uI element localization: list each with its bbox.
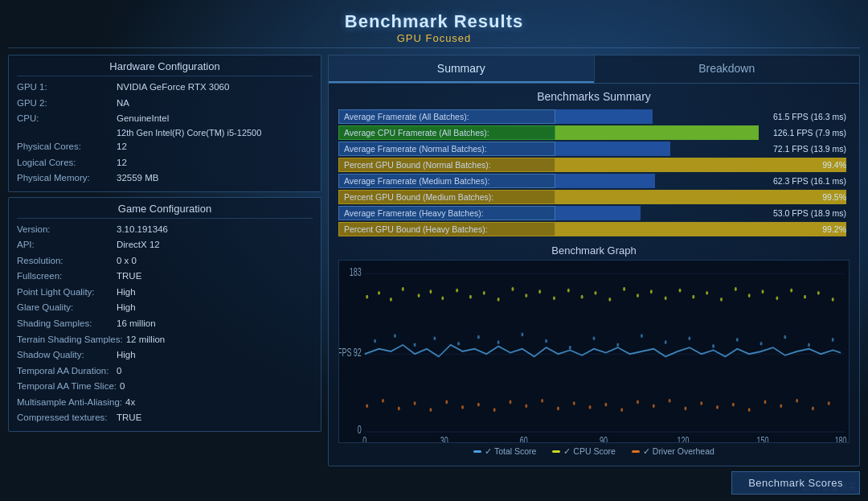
- svg-point-30: [712, 344, 714, 348]
- svg-point-97: [780, 404, 782, 408]
- svg-point-46: [497, 298, 500, 302]
- svg-text:30: 30: [440, 434, 448, 442]
- summary-content: Benchmarks Summary Average Framerate (Al…: [329, 84, 859, 466]
- svg-point-75: [429, 408, 432, 412]
- svg-point-73: [398, 407, 400, 411]
- svg-point-27: [641, 334, 643, 338]
- svg-point-65: [762, 290, 764, 294]
- svg-point-15: [374, 339, 376, 343]
- svg-point-43: [456, 289, 458, 293]
- hw-row-gpu2: GPU 2: NA: [17, 96, 313, 112]
- bar-value-gpu-medium: 99.5%: [822, 192, 846, 202]
- svg-point-31: [736, 338, 739, 342]
- bar-value-avg-heavy: 53.0 FPS (18.9 ms): [773, 208, 846, 218]
- svg-text:0: 0: [362, 434, 366, 442]
- hw-value-cpu-name: 12th Gen Intel(R) Core(TM) i5-12500: [117, 127, 261, 139]
- svg-point-95: [748, 408, 751, 412]
- bar-label-avg-normal: Average Framerate (Normal Batches):: [338, 142, 555, 156]
- svg-text:120: 120: [678, 434, 690, 442]
- svg-point-47: [511, 287, 514, 291]
- legend-cpu-score: ✓ CPU Score: [552, 446, 615, 456]
- svg-point-52: [581, 295, 583, 299]
- hw-row-phys-cores: Physical Cores: 12: [17, 139, 313, 155]
- graph-container: 183 FPS 92 0 0 30 60: [338, 260, 850, 443]
- svg-point-92: [700, 401, 702, 405]
- svg-point-38: [390, 298, 392, 302]
- benchmark-bars: Average Framerate (All Batches): 61.5 FP…: [338, 109, 850, 236]
- gc-row-resolution: Resolution: 0 x 0: [17, 253, 313, 269]
- svg-point-83: [557, 407, 559, 411]
- svg-point-32: [760, 342, 763, 346]
- svg-point-60: [692, 295, 694, 299]
- gc-row-point-light: Point Light Quality: High: [17, 285, 313, 301]
- svg-point-49: [538, 290, 541, 294]
- svg-point-20: [477, 335, 480, 339]
- gc-row-terrain: Terrain Shading Samples: 12 million: [17, 332, 313, 348]
- svg-point-88: [637, 400, 639, 404]
- graph-title: Benchmark Graph: [338, 244, 850, 257]
- bottom-bar: Benchmark Scores: [8, 471, 860, 495]
- bar-fill-avg-normal: [555, 142, 670, 156]
- benchmarks-summary-title: Benchmarks Summary: [338, 90, 850, 103]
- svg-text:0: 0: [358, 422, 362, 436]
- hw-row-cpu-name: 12th Gen Intel(R) Core(TM) i5-12500: [17, 127, 313, 139]
- svg-point-98: [796, 399, 798, 403]
- svg-point-78: [477, 403, 480, 407]
- hardware-config-title: Hardware Configuration: [17, 60, 313, 76]
- right-panel: Summary Breakdown Benchmarks Summary Ave…: [328, 55, 860, 466]
- svg-point-39: [402, 287, 404, 291]
- graph-section: Benchmark Graph 183 FPS 92 0: [338, 244, 850, 459]
- svg-point-61: [706, 291, 708, 295]
- svg-point-86: [604, 403, 607, 407]
- bar-fill-gpu-medium: [555, 190, 846, 204]
- svg-point-90: [669, 399, 671, 403]
- svg-point-55: [623, 287, 625, 291]
- tab-breakdown[interactable]: Breakdown: [594, 55, 860, 83]
- hw-row-gpu1: GPU 1: NVIDIA GeForce RTX 3060: [17, 80, 313, 96]
- bar-fill-avg-all: [555, 109, 653, 124]
- svg-point-34: [808, 343, 810, 347]
- bar-row-avg-normal: Average Framerate (Normal Batches): 72.1…: [338, 142, 850, 156]
- bar-row-gpu-medium: Percent GPU Bound (Medium Batches): 99.5…: [338, 190, 850, 204]
- bar-fill-avg-heavy: [555, 206, 641, 220]
- bar-fill-container-cpu-all: 126.1 FPS (7.9 ms): [555, 125, 850, 140]
- hw-value-log-cores: 12: [117, 155, 127, 171]
- gc-row-temporal-slice: Temporal AA Time Slice: 0: [17, 379, 313, 395]
- svg-point-100: [828, 401, 830, 405]
- svg-point-48: [525, 294, 527, 298]
- svg-point-44: [469, 295, 472, 299]
- hw-value-cpu: GenuineIntel: [117, 111, 169, 127]
- svg-point-29: [688, 336, 690, 340]
- hw-label-phys-cores: Physical Cores:: [17, 139, 113, 155]
- bar-label-avg-heavy: Average Framerate (Heavy Batches):: [338, 206, 555, 220]
- hw-row-log-cores: Logical Cores: 12: [17, 155, 313, 171]
- svg-text:183: 183: [350, 265, 362, 279]
- svg-point-50: [553, 296, 555, 300]
- gc-row-msaa: Multisample Anti-Aliasing: 4x: [17, 395, 313, 411]
- legend-driver-overhead: ✓ Driver Overhead: [632, 446, 714, 456]
- legend-total-score: ✓ Total Score: [473, 446, 536, 456]
- svg-point-91: [684, 407, 686, 411]
- svg-point-21: [497, 340, 500, 344]
- gc-row-temporal-dur: Temporal AA Duration: 0: [17, 363, 313, 380]
- svg-point-99: [812, 407, 814, 411]
- hw-row-memory: Physical Memory: 32559 MB: [17, 170, 313, 187]
- hw-label-memory: Physical Memory:: [17, 170, 113, 187]
- bar-row-avg-all: Average Framerate (All Batches): 61.5 FP…: [338, 109, 850, 124]
- svg-point-77: [461, 405, 464, 409]
- svg-point-70: [832, 298, 834, 302]
- svg-point-57: [650, 290, 653, 294]
- graph-legend: ✓ Total Score ✓ CPU Score ✓ Driver Overh…: [338, 443, 850, 459]
- benchmark-scores-button[interactable]: Benchmark Scores: [731, 471, 860, 495]
- svg-point-40: [418, 294, 420, 298]
- legend-label-cpu: ✓ CPU Score: [563, 446, 615, 456]
- bar-fill-avg-medium: [555, 174, 655, 188]
- bar-fill-gpu-heavy: [555, 222, 846, 236]
- hw-label-gpu2: GPU 2:: [17, 96, 113, 112]
- bar-label-avg-medium: Average Framerate (Medium Batches):: [338, 174, 555, 188]
- svg-point-87: [620, 408, 623, 412]
- svg-point-81: [525, 404, 527, 408]
- tab-summary[interactable]: Summary: [329, 55, 594, 83]
- svg-text:180: 180: [835, 434, 847, 442]
- bar-fill-container-gpu-medium: 99.5%: [555, 190, 850, 204]
